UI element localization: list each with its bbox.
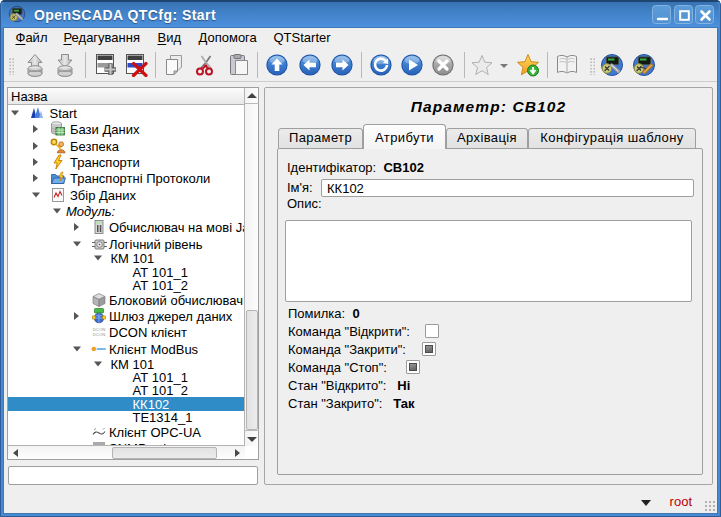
svg-text:DCON: DCON [92,332,104,337]
